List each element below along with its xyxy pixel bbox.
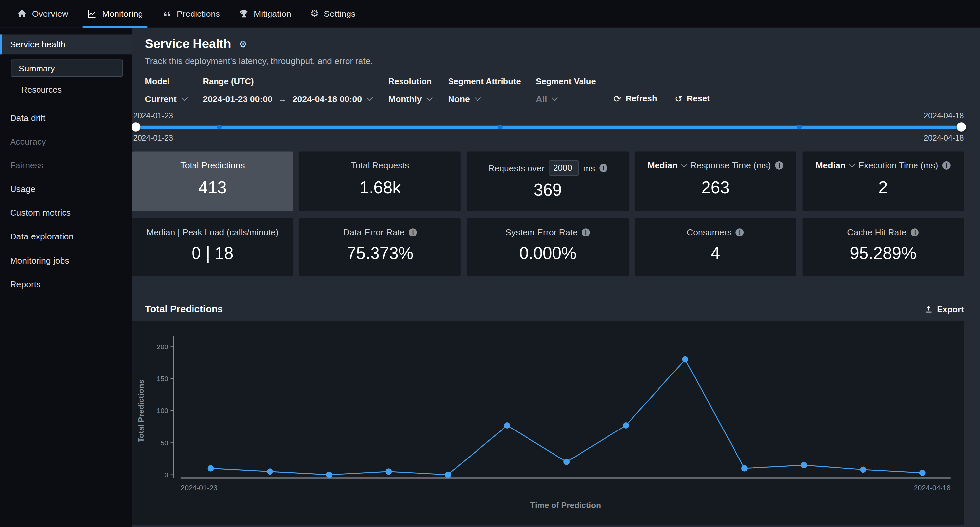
sidebar-item-data-drift[interactable]: Data drift: [0, 106, 132, 129]
metric-card-total-requests[interactable]: Total Requests 1.68k: [299, 152, 461, 211]
settings-gear-icon[interactable]: ⚙: [239, 38, 247, 50]
resolution-filter-label: Resolution: [388, 77, 433, 86]
svg-text:Total Predictions: Total Predictions: [137, 379, 145, 442]
aggregation-dropdown[interactable]: Median: [648, 160, 678, 170]
slider-end-date-bottom: 2024-04-18: [924, 134, 964, 143]
nav-item-monitoring[interactable]: Monitoring: [78, 0, 152, 28]
info-icon[interactable]: [775, 161, 784, 169]
page-subtitle: Track this deployment's latency, through…: [145, 56, 964, 65]
metric-card-cache-hit-rate[interactable]: Cache Hit Rate 95.289%: [802, 218, 964, 276]
metric-card-total-predictions[interactable]: Total Predictions 413: [132, 152, 293, 211]
page-title: Service Health: [145, 37, 231, 51]
chart-panel: 0501001502002024-01-232024-04-18Time of …: [132, 321, 964, 525]
chevron-down-icon: [681, 161, 687, 167]
info-icon[interactable]: [911, 228, 919, 236]
body-layout: Service health Summary Resources Data dr…: [0, 28, 980, 527]
total-predictions-chart[interactable]: 0501001502002024-01-232024-04-18Time of …: [132, 321, 964, 522]
model-filter-value: Current: [145, 94, 177, 104]
segment-value-value: All: [536, 94, 547, 104]
refresh-button[interactable]: ⟳ Refresh: [613, 91, 657, 105]
sidebar-item-resources[interactable]: Resources: [11, 81, 123, 98]
svg-text:200: 200: [157, 343, 168, 350]
sidebar-label: Fairness: [10, 160, 43, 170]
nav-item-mitigation[interactable]: Mitigation: [229, 0, 301, 28]
sidebar-label: Data exploration: [10, 232, 74, 241]
info-icon[interactable]: [599, 164, 608, 172]
range-filter-dropdown[interactable]: 2024-01-23 00:00 2024-04-18 00:00: [203, 93, 373, 105]
segment-value-dropdown: All: [536, 93, 596, 105]
segment-value-label: Segment Value: [536, 77, 596, 86]
nav-item-predictions[interactable]: Predictions: [152, 0, 229, 28]
sidebar-item-data-exploration[interactable]: Data exploration: [0, 225, 132, 248]
sidebar-item-usage[interactable]: Usage: [0, 177, 132, 201]
metric-value: 0 | 18: [191, 237, 233, 276]
model-filter-label: Model: [145, 77, 188, 86]
info-icon[interactable]: [409, 228, 417, 236]
sidebar-item-summary[interactable]: Summary: [11, 59, 123, 77]
page-header: Service Health ⚙ Track this deployment's…: [145, 37, 964, 65]
metric-card-data-error-rate[interactable]: Data Error Rate 75.373%: [299, 218, 461, 276]
metric-label: Consumers: [687, 227, 744, 237]
sidebar-item-fairness: Fairness: [0, 153, 132, 177]
sidebar-item-custom-metrics[interactable]: Custom metrics: [0, 201, 132, 225]
metric-card-requests-over-threshold[interactable]: Requests over ms 369: [467, 152, 628, 211]
nav-item-settings[interactable]: ⚙ Settings: [301, 0, 364, 28]
metric-value: 2: [878, 170, 888, 211]
sidebar-item-service-health[interactable]: Service health: [0, 34, 132, 54]
trophy-icon: [239, 9, 248, 19]
range-end-value: 2024-04-18 00:00: [293, 94, 362, 104]
info-icon[interactable]: [942, 161, 951, 169]
sidebar-label: Accuracy: [10, 136, 46, 146]
nav-item-overview[interactable]: Overview: [8, 0, 78, 28]
sidebar-item-accuracy: Accuracy: [0, 129, 132, 153]
metric-label: Median Execution Time (ms): [815, 160, 950, 170]
chevron-down-icon: [474, 95, 481, 101]
info-icon[interactable]: [582, 228, 590, 236]
slider-handle-start[interactable]: [132, 122, 140, 131]
resolution-filter-dropdown[interactable]: Monthly: [388, 93, 433, 105]
metric-cards: Total Predictions 413 Total Requests 1.6…: [132, 152, 964, 276]
aggregation-dropdown[interactable]: Median: [815, 160, 846, 170]
metric-label: Median | Peak Load (calls/minute): [146, 227, 279, 237]
sidebar: Service health Summary Resources Data dr…: [0, 28, 132, 527]
segment-attribute-dropdown[interactable]: None: [448, 93, 520, 105]
metric-card-execution-time[interactable]: Median Execution Time (ms) 2: [802, 152, 964, 211]
refresh-icon: ⟳: [613, 94, 621, 103]
chevron-down-icon: [426, 95, 433, 101]
metric-value: 75.373%: [347, 237, 413, 276]
segment-value-filter: Segment Value All: [536, 77, 596, 105]
nav-label-overview: Overview: [32, 9, 68, 19]
info-icon[interactable]: [736, 228, 744, 236]
metric-label: Total Requests: [351, 160, 409, 170]
sidebar-label: Service health: [10, 40, 65, 50]
reset-button[interactable]: ↺ Reset: [675, 91, 710, 105]
model-filter-dropdown[interactable]: Current: [145, 93, 188, 105]
metric-value: 369: [534, 176, 562, 211]
metric-label: Cache Hit Rate: [847, 227, 919, 237]
filter-bar: Model Current Range (UTC) 2024-01-23 00:…: [145, 77, 964, 105]
slider-end-date-top: 2024-04-18: [924, 111, 964, 120]
slider-handle-end[interactable]: [957, 122, 966, 131]
metric-card-consumers[interactable]: Consumers 4: [635, 218, 796, 276]
chart-title: Total Predictions: [145, 303, 223, 315]
range-start-value: 2024-01-23 00:00: [203, 94, 272, 104]
metric-card-peak-load[interactable]: Median | Peak Load (calls/minute) 0 | 18: [132, 218, 293, 276]
nav-label-mitigation: Mitigation: [254, 9, 291, 19]
sidebar-item-monitoring-jobs[interactable]: Monitoring jobs: [0, 248, 132, 272]
slider-track[interactable]: [133, 126, 964, 128]
svg-text:Time of Prediction: Time of Prediction: [530, 501, 601, 509]
sidebar-item-reports[interactable]: Reports: [0, 272, 132, 296]
refresh-button-label: Refresh: [625, 94, 657, 103]
threshold-input[interactable]: [549, 160, 579, 176]
chevron-down-icon: [552, 95, 558, 101]
metric-card-response-time[interactable]: Median Response Time (ms) 263: [635, 152, 796, 211]
reset-icon: ↺: [675, 94, 682, 103]
export-icon: [924, 304, 933, 313]
chevron-down-icon: [850, 161, 856, 167]
date-range-slider: 2024-01-23 2024-01-23 2024-04-18 2024-04…: [133, 113, 964, 141]
metric-value: 4: [711, 237, 721, 276]
export-button[interactable]: Export: [924, 304, 964, 313]
sidebar-label: Monitoring jobs: [10, 255, 69, 265]
metric-value: 263: [701, 170, 730, 211]
metric-card-system-error-rate[interactable]: System Error Rate 0.000%: [467, 218, 628, 276]
